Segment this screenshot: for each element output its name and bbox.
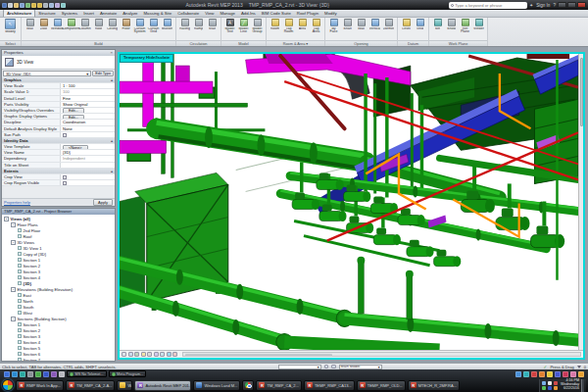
update-icon[interactable] — [542, 386, 546, 390]
open-icon[interactable] — [14, 3, 19, 8]
grid-button[interactable]: Grid — [414, 19, 426, 30]
ref-plane-button[interactable]: Ref Plane — [459, 19, 471, 34]
set-button[interactable]: Set — [431, 19, 444, 30]
tag-icon[interactable] — [55, 3, 60, 8]
taskbar-button[interactable]: W — [117, 380, 132, 391]
show-desktop-button[interactable] — [581, 379, 584, 392]
expander-icon[interactable] — [4, 217, 9, 221]
tab-systems[interactable]: Systems — [59, 10, 80, 18]
door-button[interactable]: Door — [37, 19, 50, 30]
search-input[interactable] — [455, 3, 525, 8]
by-face-button[interactable]: By Face — [327, 19, 340, 34]
room-button[interactable]: Room — [269, 19, 281, 30]
quick-launch-icon[interactable] — [547, 371, 553, 377]
vertical-scrollbar-thumb[interactable] — [580, 58, 584, 126]
quick-launch-icon[interactable] — [570, 371, 576, 377]
horizontal-scrollbar[interactable] — [182, 352, 582, 357]
taskbar-button[interactable]: Windows Land M... — [193, 380, 240, 391]
save-icon[interactable] — [20, 3, 24, 8]
apply-button[interactable]: Apply — [93, 199, 113, 207]
crop-view-icon[interactable] — [154, 352, 159, 357]
taskbar-button[interactable]: RTM_RMP_CA_2... — [256, 380, 301, 391]
taskbar-button[interactable]: RTM_RMP_CA_2-A... — [66, 380, 115, 391]
redo-icon[interactable] — [37, 3, 42, 8]
tab-insert[interactable]: Insert — [80, 10, 97, 18]
quick-launch-icon[interactable] — [4, 371, 10, 377]
close-button[interactable] — [577, 2, 586, 8]
tab-roof-plugin[interactable]: Roof Plugin — [294, 10, 321, 18]
quick-launch-icon[interactable] — [523, 371, 529, 377]
column-button[interactable]: Column — [78, 19, 91, 30]
taskbar-button[interactable]: RTEMP_RMP_OLD... — [357, 380, 406, 391]
crop-view-checkbox[interactable] — [63, 175, 67, 179]
sun-path-checkbox[interactable] — [63, 133, 67, 137]
curtain-grid-button[interactable]: Curtain Grid — [147, 19, 160, 34]
tab-massing-site[interactable]: Massing & Site — [140, 10, 174, 18]
crop-region-visible-checkbox[interactable] — [63, 181, 67, 185]
tab-analyze[interactable]: Analyze — [120, 10, 140, 18]
toolbar-item[interactable]: Meta Program... — [109, 370, 147, 377]
tag-area-button[interactable]: Tag Area — [310, 19, 322, 34]
filter-icon[interactable] — [577, 366, 581, 368]
dormer-button[interactable]: Dormer — [382, 19, 395, 30]
tab-view[interactable]: View — [202, 10, 217, 18]
roof-button[interactable]: Roof — [92, 19, 105, 30]
quick-launch-icon[interactable] — [59, 371, 65, 377]
exchange-icon[interactable]: ✦ — [529, 3, 533, 8]
expander-icon[interactable] — [11, 222, 16, 227]
quick-launch-icon[interactable] — [35, 371, 41, 377]
show-button[interactable]: Show — [445, 19, 458, 30]
worksets-icon[interactable] — [324, 365, 329, 369]
edit-overrides-button[interactable]: Edit... — [63, 108, 84, 113]
view-template-button[interactable]: <None> — [63, 145, 88, 150]
model-text-button[interactable]: AModel Text — [223, 19, 236, 34]
taskbar-button[interactable]: RTEMP_RMP_CA13... — [304, 380, 355, 391]
default-3d-view-icon[interactable] — [61, 3, 66, 8]
tab-manage[interactable]: Manage — [217, 10, 238, 18]
revit-menu-icon[interactable] — [2, 3, 7, 8]
component-button[interactable]: Component — [65, 19, 77, 30]
type-selector[interactable]: 3D View — [2, 56, 115, 70]
instance-dropdown[interactable]: 3D View: {3D}▾ — [3, 71, 91, 76]
wall-button[interactable]: Wall — [24, 19, 36, 30]
toolbar-item[interactable]: MS No Telemet... — [67, 370, 107, 377]
expander-icon[interactable] — [11, 287, 16, 292]
shadows-icon[interactable] — [147, 352, 152, 357]
press-drag-checkbox[interactable]: ✓ — [544, 365, 548, 369]
taskbar-button[interactable]: RRMP Work In App... — [16, 380, 64, 391]
network-icon[interactable] — [542, 381, 546, 385]
design-options-dropdown[interactable]: Main Model▾ — [339, 365, 382, 369]
taskbar-button[interactable]: RMTECH_R_2MP.RA... — [408, 380, 460, 391]
drawing-area[interactable]: Temporary Hide/Isolate — [118, 52, 585, 360]
security-icon[interactable] — [554, 381, 558, 385]
tab-bim-code-suite[interactable]: BIM Code Suite — [259, 10, 294, 18]
worksets-dropdown[interactable]: ▾ — [278, 365, 321, 369]
quick-launch-icon[interactable] — [578, 371, 584, 377]
horizontal-scrollbar-thumb[interactable] — [185, 354, 332, 358]
browser-item[interactable]: Section 7 — [2, 357, 115, 361]
tab-structure[interactable]: Structure — [35, 10, 58, 18]
quick-launch-icon[interactable] — [531, 371, 537, 377]
viewer-button[interactable]: Viewer — [472, 19, 485, 30]
sign-in-label[interactable]: Sign In — [536, 3, 550, 8]
tray-overflow-icon[interactable] — [515, 371, 521, 377]
ramp-button[interactable]: Ramp — [192, 19, 205, 30]
model-line-button[interactable]: ╱Model Line — [237, 19, 250, 34]
scale-icon[interactable] — [122, 352, 126, 357]
floor-button[interactable]: Floor — [120, 19, 132, 30]
3d-model-canvas[interactable] — [120, 54, 578, 350]
edit-type-button[interactable]: Edit Type — [92, 71, 114, 76]
language-icon[interactable] — [548, 386, 552, 390]
shaft-button[interactable]: Shaft — [341, 19, 354, 30]
restore-button[interactable] — [567, 2, 576, 8]
expander-icon[interactable] — [11, 317, 16, 321]
quick-launch-icon[interactable] — [555, 371, 561, 377]
sync-icon[interactable] — [25, 3, 30, 8]
help-icon[interactable]: ? — [553, 3, 556, 8]
minimize-button[interactable] — [558, 2, 566, 8]
editing-requests-icon[interactable] — [331, 365, 336, 369]
mullion-button[interactable]: Mullion — [161, 19, 173, 30]
visual-style-icon[interactable] — [134, 352, 139, 357]
level-button[interactable]: Level — [400, 19, 413, 30]
vertical-scrollbar[interactable] — [578, 54, 583, 350]
